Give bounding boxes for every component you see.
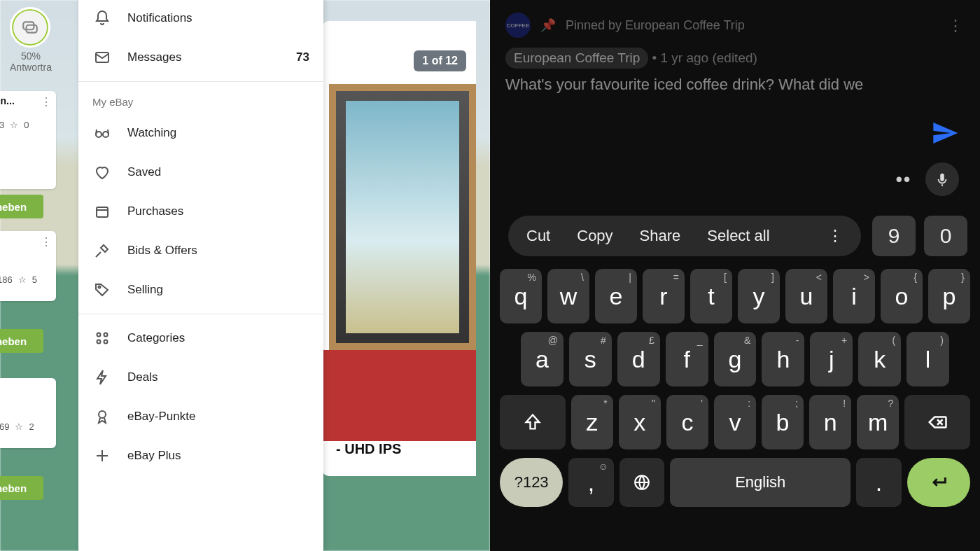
nav-item-notifications[interactable]: Notifications: [78, 0, 323, 38]
award-icon: [92, 408, 112, 425]
svg-point-8: [104, 333, 108, 337]
backspace-key[interactable]: [904, 395, 970, 449]
nav-label: Saved: [127, 165, 309, 179]
nav-label: Messages: [127, 50, 281, 64]
listing-cards-column: 50% Antwortra ⋮ PS n... 👁3 ☆0 heben ⋮ ▶1…: [0, 0, 63, 551]
comma-key[interactable]: ☺ ,: [568, 458, 613, 507]
tag-icon: [92, 281, 112, 298]
card-menu-icon[interactable]: ⋮: [41, 235, 52, 249]
card-menu-icon[interactable]: ⋮: [41, 95, 52, 109]
mic-button[interactable]: [925, 162, 959, 196]
nav-item-ebay-points[interactable]: eBay-Punkte: [78, 397, 323, 436]
nav-label: Bids & Offers: [127, 244, 309, 258]
messages-count: 73: [296, 50, 309, 64]
product-image[interactable]: [329, 84, 476, 350]
listing-card[interactable]: 👁69 ☆2: [0, 378, 56, 448]
suggestion-tail: ••: [896, 162, 959, 196]
share-action[interactable]: Share: [640, 227, 681, 245]
key-i[interactable]: >i: [833, 269, 875, 323]
comment-menu-icon[interactable]: ⋮: [948, 17, 963, 35]
select-all-action[interactable]: Select all: [707, 227, 769, 245]
nav-item-purchases[interactable]: Purchases: [78, 192, 323, 231]
symbols-key[interactable]: ?123: [500, 458, 563, 507]
nav-item-watching[interactable]: Watching: [78, 113, 323, 153]
nav-label: Purchases: [127, 204, 309, 218]
nav-label: Selling: [127, 283, 309, 297]
key-f[interactable]: _f: [666, 332, 708, 386]
send-button[interactable]: [931, 119, 959, 150]
nav-item-deals[interactable]: Deals: [78, 358, 323, 397]
glasses-icon: [92, 125, 112, 141]
key-h[interactable]: -h: [762, 332, 804, 386]
key-x[interactable]: "x: [619, 395, 661, 449]
enter-key[interactable]: [907, 458, 970, 507]
key-b[interactable]: ;b: [762, 395, 804, 449]
image-counter: 1 of 12: [414, 50, 466, 71]
author-meta: European Coffee Trip • 1 yr ago (edited): [505, 48, 967, 69]
key-a[interactable]: @a: [521, 332, 564, 386]
key-y[interactable]: ]y: [738, 269, 780, 323]
nav-label: Notifications: [127, 11, 309, 25]
nav-item-selling[interactable]: Selling: [78, 270, 323, 309]
profile-avatar-badge[interactable]: [10, 7, 50, 48]
right-app-comment-keyboard: COFFEE 📌 Pinned by European Coffee Trip …: [490, 0, 980, 551]
key-t[interactable]: [t: [690, 269, 732, 323]
promote-button[interactable]: heben: [0, 195, 43, 218]
listing-card[interactable]: ⋮ PS n... 👁3 ☆0: [0, 91, 56, 189]
more-actions-icon[interactable]: ⋮: [827, 227, 843, 245]
nav-item-saved[interactable]: Saved: [78, 153, 323, 192]
svg-rect-5: [97, 207, 108, 217]
language-key[interactable]: [620, 458, 664, 507]
key-q[interactable]: %q: [500, 269, 542, 323]
key-c[interactable]: 'c: [666, 395, 708, 449]
key-g[interactable]: &g: [714, 332, 757, 386]
divider: [78, 314, 323, 314]
keyboard-row-3: *z"x'c:v;b!n?m: [500, 395, 970, 449]
card-stats: ▶186 ☆5: [0, 274, 53, 285]
emoji-sup: ☺: [598, 461, 608, 472]
card-stats: 👁69 ☆2: [0, 421, 53, 432]
period-key[interactable]: .: [856, 458, 901, 507]
key-9[interactable]: 9: [872, 216, 916, 256]
shift-key[interactable]: [500, 395, 566, 449]
key-o[interactable]: {o: [881, 269, 923, 323]
key-v[interactable]: :v: [714, 395, 756, 449]
key-j[interactable]: +j: [810, 332, 853, 386]
key-n[interactable]: !n: [809, 395, 851, 449]
bolt-icon: [92, 369, 112, 386]
keyboard-row-2: @a#s£d_f&g-h+j(k)l: [500, 332, 970, 386]
nav-item-bids-offers[interactable]: Bids & Offers: [78, 231, 323, 270]
space-key[interactable]: English: [670, 458, 850, 507]
pin-icon: 📌: [540, 18, 556, 33]
nav-item-categories[interactable]: Categories: [78, 319, 323, 358]
promote-button[interactable]: heben: [0, 476, 43, 500]
author-avatar[interactable]: COFFEE: [505, 13, 531, 38]
nav-label: Categories: [127, 331, 309, 345]
keyboard-row-bottom: ?123 ☺ , English .: [500, 458, 970, 507]
copy-action[interactable]: Copy: [577, 227, 612, 245]
key-w[interactable]: \w: [547, 269, 589, 323]
nav-item-messages[interactable]: Messages 73: [78, 38, 323, 77]
key-d[interactable]: £d: [617, 332, 660, 386]
key-z[interactable]: *z: [571, 395, 613, 449]
key-k[interactable]: (k: [858, 332, 901, 386]
nav-label: eBay Plus: [127, 449, 309, 463]
pinned-by-text: Pinned by European Coffee Trip: [566, 18, 745, 33]
key-r[interactable]: =r: [643, 269, 685, 323]
svg-point-10: [104, 340, 108, 344]
key-m[interactable]: ?m: [857, 395, 899, 449]
nav-item-ebay-plus[interactable]: eBay Plus: [78, 436, 323, 475]
listing-card[interactable]: ⋮ ▶186 ☆5: [0, 231, 56, 301]
key-s[interactable]: #s: [569, 332, 612, 386]
key-l[interactable]: )l: [906, 332, 949, 386]
key-u[interactable]: <u: [785, 269, 827, 323]
comment-body[interactable]: What's your favourite iced coffee drink?…: [505, 76, 967, 94]
cut-action[interactable]: Cut: [526, 227, 550, 245]
gavel-icon: [92, 242, 112, 259]
key-0[interactable]: 0: [924, 216, 967, 256]
author-chip[interactable]: European Coffee Trip: [505, 48, 648, 69]
key-p[interactable]: }p: [928, 269, 970, 323]
key-e[interactable]: |e: [595, 269, 637, 323]
promote-button[interactable]: heben: [0, 329, 43, 353]
svg-point-6: [99, 286, 101, 288]
